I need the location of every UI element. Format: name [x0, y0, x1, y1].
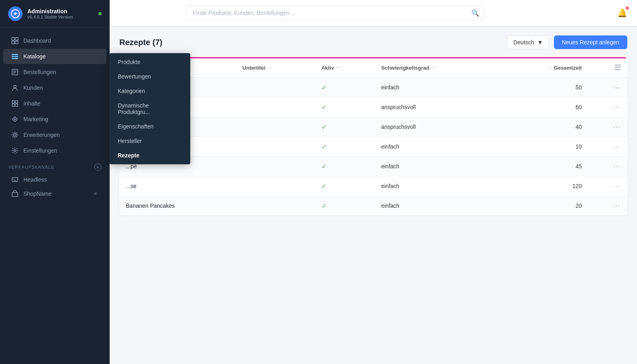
cell-actions: ⋯: [588, 77, 627, 97]
row-actions-button[interactable]: ⋯: [613, 83, 621, 92]
bestellungen-icon: [11, 68, 19, 76]
cell-untertitel: [236, 176, 315, 196]
row-actions-button[interactable]: ⋯: [613, 201, 621, 210]
status-dot: [98, 12, 102, 15]
table-row[interactable]: Bananen Pancakes ✓ einfach 20 ⋯: [119, 196, 627, 216]
table-row[interactable]: ...pargel ✓ anspruchsvoll 60 ⋯: [119, 97, 627, 117]
dropdown-item-rezepte[interactable]: Rezepte: [110, 148, 190, 163]
col-header-aktiv: Aktiv ⋯: [315, 58, 375, 78]
cell-actions: ⋯: [588, 117, 627, 137]
row-actions-button[interactable]: ⋯: [613, 103, 621, 112]
kunden-icon: [11, 84, 19, 91]
cell-actions: ⋯: [588, 176, 627, 196]
search-input[interactable]: [186, 6, 484, 20]
sidebar-item-kataloge[interactable]: Kataloge: [3, 49, 106, 64]
page-title: Rezepte (7): [119, 38, 162, 47]
eye-icon[interactable]: 👁: [93, 191, 98, 197]
cell-gesamtzeit: 120: [500, 176, 588, 196]
cell-actions: ⋯: [588, 137, 627, 157]
table-row[interactable]: ...os ✓ einfach 10 ⋯: [119, 137, 627, 157]
header-actions: Deutsch ▼ Neues Rezept anlegen: [507, 35, 627, 49]
cell-actions: ⋯: [588, 196, 627, 216]
cell-gesamtzeit: 50: [500, 77, 588, 97]
sidebar-item-label: Kataloge: [23, 53, 46, 60]
dropdown-item-produkte[interactable]: Produkte: [110, 55, 190, 69]
table-options-icon[interactable]: ☰: [614, 64, 621, 72]
svg-rect-1: [12, 37, 15, 40]
row-actions-button[interactable]: ⋯: [613, 162, 621, 171]
table-body: ...e mit Kokosmilch ✓ einfach 50 ⋯ ...pa…: [119, 77, 627, 215]
sidebar: Administration v6.4.6.1 Stable Version D…: [0, 0, 110, 364]
cell-aktiv: ✓: [315, 117, 375, 137]
sidebar-item-dashboard[interactable]: Dashboard: [3, 33, 106, 48]
cell-aktiv: ✓: [315, 77, 375, 97]
dropdown-item-kategorien[interactable]: Kategorien: [110, 84, 190, 98]
dropdown-item-dynamische[interactable]: Dynamische Produktgru...: [110, 98, 190, 119]
cell-schwierigkeitsgrad: einfach: [375, 157, 500, 176]
language-selector[interactable]: Deutsch ▼: [507, 35, 549, 49]
col-header-gesamtzeit: ⋯ Gesamtzeit: [500, 58, 588, 78]
sidebar-item-label: Marketing: [23, 116, 48, 122]
marketing-icon: [11, 116, 19, 123]
svg-rect-2: [15, 37, 18, 40]
sidebar-item-label: Einstellungen: [23, 147, 57, 154]
new-recipe-button[interactable]: Neues Rezept anlegen: [554, 35, 627, 49]
sidebar-item-label: Bestellungen: [23, 69, 56, 75]
add-channel-button[interactable]: +: [94, 163, 102, 171]
table-row[interactable]: ...pe ✓ einfach 45 ⋯: [119, 157, 627, 176]
channel-item-shopname[interactable]: ShopName 👁: [3, 187, 106, 201]
notification-badge: [626, 6, 629, 10]
aktiv-check-icon: ✓: [321, 203, 327, 209]
svg-rect-3: [12, 41, 15, 44]
page-header: Rezepte (7) Deutsch ▼ Neues Rezept anleg…: [119, 35, 627, 49]
cell-name: ...se: [119, 176, 236, 196]
dropdown-item-hersteller[interactable]: Hersteller: [110, 134, 190, 148]
cell-untertitel: [236, 196, 315, 216]
dashboard-icon: [11, 37, 19, 44]
sidebar-item-label: Inhalte: [23, 100, 40, 107]
chevron-down-icon: ▼: [537, 39, 543, 46]
col-sort-dots[interactable]: ⋯: [336, 65, 341, 70]
svg-rect-7: [12, 58, 18, 59]
sidebar-item-einstellungen[interactable]: Einstellungen: [3, 143, 106, 158]
svg-rect-18: [12, 192, 18, 196]
sidebar-item-kunden[interactable]: Kunden: [3, 80, 106, 95]
table-row[interactable]: ...se ✓ einfach 120 ⋯: [119, 176, 627, 196]
col-sort-dots[interactable]: ⋯: [547, 65, 552, 70]
notification-icon[interactable]: 🔔: [617, 8, 627, 18]
row-actions-button[interactable]: ⋯: [613, 122, 621, 131]
search-icon[interactable]: 🔍: [471, 9, 479, 17]
cell-untertitel: [236, 77, 315, 97]
app-logo: [8, 6, 23, 21]
kataloge-dropdown: Produkte Bewertungen Kategorien Dynamisc…: [110, 53, 190, 164]
kataloge-icon: [11, 53, 19, 60]
dropdown-item-bewertungen[interactable]: Bewertungen: [110, 69, 190, 84]
cell-gesamtzeit: 20: [500, 196, 588, 216]
row-actions-button[interactable]: ⋯: [613, 182, 621, 190]
sidebar-item-erweiterungen[interactable]: Erweiterungen: [3, 127, 106, 143]
erweiterungen-icon: [11, 131, 19, 139]
channel-item-headless[interactable]: Headless: [3, 173, 106, 186]
cell-schwierigkeitsgrad: einfach: [375, 77, 500, 97]
row-actions-button[interactable]: ⋯: [613, 142, 621, 151]
sidebar-item-marketing[interactable]: Marketing: [3, 112, 106, 127]
col-sort-dots[interactable]: ⋯: [267, 65, 272, 70]
table-row[interactable]: ...e mit Kokosmilch ✓ einfach 50 ⋯: [119, 77, 627, 97]
aktiv-check-icon: ✓: [321, 84, 327, 91]
dropdown-item-eigenschaften[interactable]: Eigenschaften: [110, 119, 190, 134]
app-title: Administration: [27, 8, 73, 14]
col-sort-dots[interactable]: ⋯: [431, 65, 436, 70]
sidebar-item-inhalte[interactable]: Inhalte: [3, 96, 106, 111]
cell-schwierigkeitsgrad: einfach: [375, 196, 500, 216]
headless-icon: [11, 176, 19, 183]
cell-name: Bananen Pancakes: [119, 196, 236, 216]
col-header-schwierigkeitsgrad: Schwierigkeitsgrad ⋯: [375, 58, 500, 78]
cell-schwierigkeitsgrad: einfach: [375, 137, 500, 157]
col-header-actions: ☰: [588, 58, 627, 78]
table-row[interactable]: ...ßkartoffelpommes ✓ anspruchsvoll 40 ⋯: [119, 117, 627, 137]
search-box: 🔍: [186, 6, 484, 20]
sidebar-item-bestellungen[interactable]: Bestellungen: [3, 64, 106, 80]
aktiv-check-icon: ✓: [321, 183, 327, 190]
cell-gesamtzeit: 45: [500, 157, 588, 176]
cell-schwierigkeitsgrad: einfach: [375, 176, 500, 196]
